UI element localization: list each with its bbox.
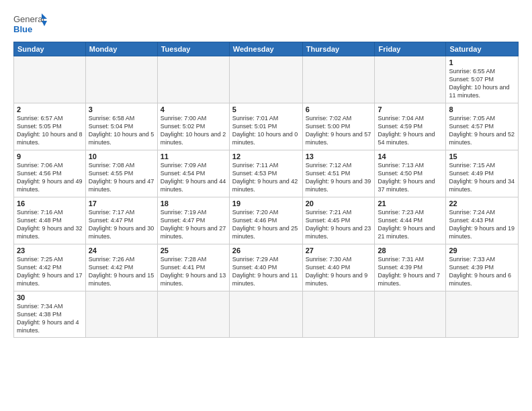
cell-1-4: 6Sunrise: 7:02 AM Sunset: 5:00 PM Daylig… — [302, 103, 375, 150]
day-number: 10 — [89, 152, 154, 161]
day-number: 16 — [17, 199, 83, 208]
cell-1-2: 4Sunrise: 7:00 AM Sunset: 5:02 PM Daylig… — [157, 103, 229, 150]
day-number: 14 — [378, 152, 443, 161]
day-info: Sunrise: 7:01 AM Sunset: 5:01 PM Dayligh… — [232, 114, 300, 147]
day-number: 23 — [17, 246, 83, 255]
day-info: Sunrise: 7:19 AM Sunset: 4:47 PM Dayligh… — [161, 208, 226, 241]
day-number: 3 — [89, 105, 154, 113]
day-info: Sunrise: 7:05 AM Sunset: 4:57 PM Dayligh… — [449, 114, 515, 147]
calendar-header-row: Sunday Monday Tuesday Wednesday Thursday… — [14, 42, 519, 56]
cell-5-2 — [157, 291, 229, 338]
day-number: 17 — [89, 199, 154, 208]
day-info: Sunrise: 7:30 AM Sunset: 4:40 PM Dayligh… — [306, 255, 372, 288]
day-info: Sunrise: 7:17 AM Sunset: 4:47 PM Dayligh… — [89, 208, 154, 241]
cell-3-1: 17Sunrise: 7:17 AM Sunset: 4:47 PM Dayli… — [85, 197, 157, 244]
cell-0-1 — [85, 56, 157, 103]
day-info: Sunrise: 7:33 AM Sunset: 4:39 PM Dayligh… — [449, 255, 515, 288]
cell-3-4: 20Sunrise: 7:21 AM Sunset: 4:45 PM Dayli… — [302, 197, 375, 244]
day-info: Sunrise: 7:25 AM Sunset: 4:42 PM Dayligh… — [17, 255, 83, 288]
cell-0-3 — [229, 56, 302, 103]
week-row-2: 9Sunrise: 7:06 AM Sunset: 4:56 PM Daylig… — [14, 150, 519, 197]
day-info: Sunrise: 6:57 AM Sunset: 5:05 PM Dayligh… — [17, 114, 83, 147]
day-number: 4 — [161, 105, 226, 113]
cell-2-1: 10Sunrise: 7:08 AM Sunset: 4:55 PM Dayli… — [85, 150, 157, 197]
cell-3-2: 18Sunrise: 7:19 AM Sunset: 4:47 PM Dayli… — [157, 197, 229, 244]
cell-5-6 — [446, 291, 519, 338]
cell-5-5 — [375, 291, 446, 338]
day-info: Sunrise: 7:20 AM Sunset: 4:46 PM Dayligh… — [232, 208, 300, 241]
day-info: Sunrise: 7:09 AM Sunset: 4:54 PM Dayligh… — [161, 161, 226, 194]
day-number: 11 — [161, 152, 226, 161]
cell-0-0 — [14, 56, 86, 103]
week-row-1: 2Sunrise: 6:57 AM Sunset: 5:05 PM Daylig… — [14, 103, 519, 150]
cell-4-5: 28Sunrise: 7:31 AM Sunset: 4:39 PM Dayli… — [375, 244, 446, 291]
day-info: Sunrise: 6:55 AM Sunset: 5:07 PM Dayligh… — [449, 67, 515, 100]
day-info: Sunrise: 7:11 AM Sunset: 4:53 PM Dayligh… — [232, 161, 300, 194]
cell-1-1: 3Sunrise: 6:58 AM Sunset: 5:04 PM Daylig… — [85, 103, 157, 150]
day-info: Sunrise: 7:21 AM Sunset: 4:45 PM Dayligh… — [306, 208, 372, 241]
day-info: Sunrise: 7:06 AM Sunset: 4:56 PM Dayligh… — [17, 161, 83, 194]
day-info: Sunrise: 7:34 AM Sunset: 4:38 PM Dayligh… — [17, 302, 83, 335]
day-number: 9 — [17, 152, 83, 161]
generalblue-logo-icon: General Blue — [13, 12, 47, 36]
col-thursday: Thursday — [302, 42, 375, 56]
cell-2-5: 14Sunrise: 7:13 AM Sunset: 4:50 PM Dayli… — [375, 150, 446, 197]
cell-1-3: 5Sunrise: 7:01 AM Sunset: 5:01 PM Daylig… — [229, 103, 302, 150]
cell-2-3: 12Sunrise: 7:11 AM Sunset: 4:53 PM Dayli… — [229, 150, 302, 197]
week-row-5: 30Sunrise: 7:34 AM Sunset: 4:38 PM Dayli… — [14, 291, 519, 338]
week-row-4: 23Sunrise: 7:25 AM Sunset: 4:42 PM Dayli… — [14, 244, 519, 291]
day-number: 28 — [378, 246, 443, 255]
cell-2-2: 11Sunrise: 7:09 AM Sunset: 4:54 PM Dayli… — [157, 150, 229, 197]
day-info: Sunrise: 7:04 AM Sunset: 4:59 PM Dayligh… — [378, 114, 443, 147]
day-info: Sunrise: 7:08 AM Sunset: 4:55 PM Dayligh… — [89, 161, 154, 194]
cell-4-0: 23Sunrise: 7:25 AM Sunset: 4:42 PM Dayli… — [14, 244, 86, 291]
cell-3-5: 21Sunrise: 7:23 AM Sunset: 4:44 PM Dayli… — [375, 197, 446, 244]
day-number: 15 — [449, 152, 515, 161]
cell-2-4: 13Sunrise: 7:12 AM Sunset: 4:51 PM Dayli… — [302, 150, 375, 197]
day-info: Sunrise: 7:00 AM Sunset: 5:02 PM Dayligh… — [161, 114, 226, 147]
cell-3-0: 16Sunrise: 7:16 AM Sunset: 4:48 PM Dayli… — [14, 197, 86, 244]
cell-4-1: 24Sunrise: 7:26 AM Sunset: 4:42 PM Dayli… — [85, 244, 157, 291]
day-info: Sunrise: 7:29 AM Sunset: 4:40 PM Dayligh… — [232, 255, 300, 288]
cell-4-2: 25Sunrise: 7:28 AM Sunset: 4:41 PM Dayli… — [157, 244, 229, 291]
day-number: 25 — [161, 246, 226, 255]
day-info: Sunrise: 7:23 AM Sunset: 4:44 PM Dayligh… — [378, 208, 443, 241]
cell-1-5: 7Sunrise: 7:04 AM Sunset: 4:59 PM Daylig… — [375, 103, 446, 150]
day-info: Sunrise: 7:28 AM Sunset: 4:41 PM Dayligh… — [161, 255, 226, 288]
day-number: 26 — [232, 246, 300, 255]
svg-text:Blue: Blue — [13, 24, 32, 34]
col-saturday: Saturday — [446, 42, 519, 56]
day-number: 8 — [449, 105, 515, 113]
cell-4-3: 26Sunrise: 7:29 AM Sunset: 4:40 PM Dayli… — [229, 244, 302, 291]
calendar-table: Sunday Monday Tuesday Wednesday Thursday… — [13, 42, 519, 338]
day-number: 19 — [232, 199, 300, 208]
cell-4-6: 29Sunrise: 7:33 AM Sunset: 4:39 PM Dayli… — [446, 244, 519, 291]
cell-5-4 — [302, 291, 375, 338]
cell-0-4 — [302, 56, 375, 103]
day-number: 6 — [306, 105, 372, 113]
col-monday: Monday — [85, 42, 157, 56]
day-number: 5 — [232, 105, 300, 113]
cell-2-6: 15Sunrise: 7:15 AM Sunset: 4:49 PM Dayli… — [446, 150, 519, 197]
day-info: Sunrise: 7:02 AM Sunset: 5:00 PM Dayligh… — [306, 114, 372, 147]
cell-5-0: 30Sunrise: 7:34 AM Sunset: 4:38 PM Dayli… — [14, 291, 86, 338]
day-info: Sunrise: 7:13 AM Sunset: 4:50 PM Dayligh… — [378, 161, 443, 194]
cell-5-1 — [85, 291, 157, 338]
day-number: 20 — [306, 199, 372, 208]
day-info: Sunrise: 7:31 AM Sunset: 4:39 PM Dayligh… — [378, 255, 443, 288]
week-row-0: 1Sunrise: 6:55 AM Sunset: 5:07 PM Daylig… — [14, 56, 519, 103]
svg-text:General: General — [13, 14, 44, 24]
day-number: 13 — [306, 152, 372, 161]
day-info: Sunrise: 7:15 AM Sunset: 4:49 PM Dayligh… — [449, 161, 515, 194]
day-info: Sunrise: 7:24 AM Sunset: 4:43 PM Dayligh… — [449, 208, 515, 241]
page: General Blue Sunday Monday Tuesday Wedne… — [0, 0, 532, 411]
cell-3-6: 22Sunrise: 7:24 AM Sunset: 4:43 PM Dayli… — [446, 197, 519, 244]
day-number: 1 — [449, 58, 515, 66]
week-row-3: 16Sunrise: 7:16 AM Sunset: 4:48 PM Dayli… — [14, 197, 519, 244]
cell-2-0: 9Sunrise: 7:06 AM Sunset: 4:56 PM Daylig… — [14, 150, 86, 197]
col-friday: Friday — [375, 42, 446, 56]
day-number: 2 — [17, 105, 83, 113]
day-info: Sunrise: 7:16 AM Sunset: 4:48 PM Dayligh… — [17, 208, 83, 241]
day-number: 22 — [449, 199, 515, 208]
day-info: Sunrise: 7:12 AM Sunset: 4:51 PM Dayligh… — [306, 161, 372, 194]
